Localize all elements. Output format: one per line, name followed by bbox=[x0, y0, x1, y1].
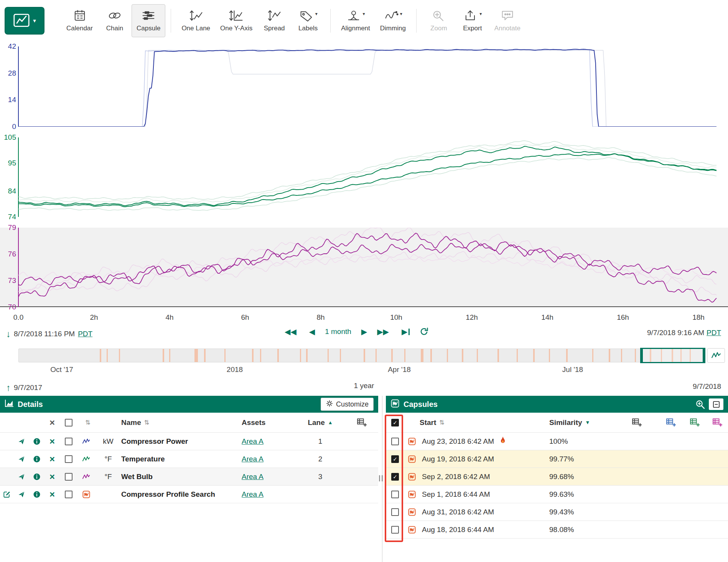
navigate-icon[interactable] bbox=[14, 473, 29, 481]
shrink-range-icon[interactable]: ↓ bbox=[6, 329, 11, 339]
capsule-row[interactable]: ✓ Aug 19, 2018 6:42 AM 99.77% bbox=[386, 450, 728, 468]
refresh-icon[interactable] bbox=[420, 327, 429, 336]
capsule-stripe bbox=[300, 349, 301, 362]
info-icon[interactable] bbox=[29, 473, 44, 481]
info-icon[interactable] bbox=[29, 438, 44, 445]
series-compressor-power bbox=[18, 49, 716, 127]
worksheet-view-button[interactable]: ▾ bbox=[5, 7, 44, 35]
step-size-label[interactable]: 1 month bbox=[325, 327, 351, 336]
capsule-row[interactable]: ✓ Sep 2, 2018 6:42 AM 99.68% bbox=[386, 468, 728, 486]
signal-icon bbox=[77, 455, 95, 463]
row-checkbox[interactable] bbox=[65, 455, 72, 463]
capsule-checkbox[interactable] bbox=[391, 526, 399, 534]
item-name[interactable]: Compressor Profile Search bbox=[121, 490, 242, 499]
column-header-lane[interactable]: Lane bbox=[308, 418, 324, 427]
toolbar-labels-button[interactable]: ▾ Labels bbox=[291, 4, 325, 37]
select-all-checkbox[interactable] bbox=[65, 419, 72, 426]
item-name[interactable]: Compressor Power bbox=[121, 437, 242, 446]
navigate-icon[interactable] bbox=[14, 491, 29, 498]
asset-link[interactable]: Area A bbox=[242, 473, 264, 481]
panel-resize-handle[interactable] bbox=[379, 475, 383, 481]
column-header-similarity[interactable]: Similarity bbox=[549, 418, 582, 427]
capsule-stripe bbox=[194, 349, 198, 362]
toolbar-capsule-button[interactable]: Capsule bbox=[132, 4, 165, 37]
remove-icon[interactable]: × bbox=[44, 437, 60, 446]
capsule-checkbox[interactable]: ✓ bbox=[391, 473, 399, 481]
add-column-icon[interactable] bbox=[626, 418, 647, 427]
remove-icon[interactable]: × bbox=[44, 455, 60, 464]
details-row[interactable]: × kW Compressor Power Area A 1 bbox=[0, 433, 378, 450]
column-header-name[interactable]: Name bbox=[121, 418, 141, 427]
collapse-panel-button[interactable] bbox=[709, 398, 723, 410]
capsule-row[interactable]: Aug 18, 2018 6:44 AM 98.08% bbox=[386, 521, 728, 539]
details-row[interactable]: × Compressor Profile Search Area A bbox=[0, 486, 378, 503]
jump-back-button[interactable]: ◀◀ bbox=[285, 327, 299, 336]
expand-range-icon[interactable]: ↑ bbox=[6, 382, 11, 393]
asset-link[interactable]: Area A bbox=[242, 437, 264, 446]
toolbar-one-lane-button[interactable]: One Lane bbox=[176, 4, 215, 37]
timezone-link[interactable]: PDT bbox=[78, 330, 92, 338]
customize-button[interactable]: Customize bbox=[321, 398, 374, 411]
capsule-row[interactable]: Aug 31, 2018 6:42 AM 99.43% bbox=[386, 503, 728, 521]
capsule-row[interactable]: Aug 23, 2018 6:42 AM 100% bbox=[386, 433, 728, 450]
sort-type-icon[interactable]: ⇅ bbox=[81, 419, 95, 426]
step-back-button[interactable]: ◀ bbox=[309, 327, 315, 336]
details-row[interactable]: × °F Temperature Area A 2 bbox=[0, 450, 378, 468]
display-range-selector[interactable] bbox=[643, 348, 703, 363]
add-column-icon[interactable] bbox=[345, 418, 378, 427]
toolbar-export-button[interactable]: ▾ Export bbox=[456, 4, 489, 37]
lane-temperature[interactable]: 105958474 bbox=[0, 137, 728, 217]
details-table-header: × ⇅ Name⇅ Assets Lane▲ bbox=[0, 413, 378, 433]
capsule-checkbox[interactable] bbox=[391, 491, 399, 498]
navigate-icon[interactable] bbox=[14, 438, 29, 445]
info-icon[interactable] bbox=[29, 455, 44, 463]
remove-icon[interactable]: × bbox=[44, 472, 60, 481]
remove-all-icon[interactable]: × bbox=[44, 418, 60, 427]
capsule-checkbox[interactable] bbox=[391, 508, 399, 516]
toolbar-zoom-button[interactable]: Zoom bbox=[422, 4, 456, 37]
toolbar-annotate-button[interactable]: Annotate bbox=[489, 4, 525, 37]
column-header-start[interactable]: Start bbox=[420, 418, 436, 427]
zoom-to-capsule-icon[interactable] bbox=[695, 400, 705, 409]
toolbar-one-y-axis-button[interactable]: One Y-Axis bbox=[215, 4, 257, 37]
column-header-assets[interactable]: Assets bbox=[242, 418, 295, 427]
item-name[interactable]: Wet Bulb bbox=[121, 473, 242, 481]
remove-icon[interactable]: × bbox=[44, 490, 60, 499]
toolbar-spread-button[interactable]: Spread bbox=[257, 4, 291, 37]
lane-wet-bulb[interactable]: 79767370 bbox=[0, 228, 728, 307]
capsule-stripe bbox=[447, 349, 448, 362]
timeline-signal-button[interactable] bbox=[707, 348, 725, 363]
capsule-checkbox[interactable] bbox=[391, 438, 399, 445]
row-checkbox[interactable] bbox=[65, 473, 72, 481]
navigate-icon[interactable] bbox=[14, 455, 29, 463]
select-all-capsules-checkbox[interactable]: ✓ bbox=[391, 419, 399, 426]
edit-icon[interactable] bbox=[0, 491, 14, 498]
timezone-link[interactable]: PDT bbox=[707, 329, 721, 337]
jump-forward-button[interactable]: ▶▶ bbox=[377, 327, 392, 336]
stats-column-green-icon[interactable] bbox=[683, 418, 707, 427]
jump-to-end-button[interactable]: ▶ bbox=[402, 327, 410, 336]
details-row[interactable]: × °F Wet Bulb Area A 3 bbox=[0, 468, 378, 486]
capsule-checkbox[interactable]: ✓ bbox=[391, 455, 399, 463]
toolbar-calendar-button[interactable]: Calendar bbox=[61, 4, 98, 37]
stats-column-blue-icon[interactable] bbox=[659, 418, 683, 427]
stats-column-magenta-icon[interactable] bbox=[707, 418, 728, 427]
capsule-similarity: 99.63% bbox=[549, 490, 626, 499]
asset-link[interactable]: Area A bbox=[242, 490, 264, 499]
investigate-timeline[interactable] bbox=[18, 349, 705, 362]
row-checkbox[interactable] bbox=[65, 491, 72, 498]
info-icon[interactable] bbox=[29, 491, 44, 498]
chevron-down-icon: ▾ bbox=[362, 11, 365, 17]
condition-icon bbox=[404, 526, 420, 534]
step-forward-button[interactable]: ▶ bbox=[361, 327, 367, 336]
toolbar-dimming-button[interactable]: ▾ Dimming bbox=[375, 4, 411, 37]
toolbar-alignment-button[interactable]: ▾ Alignment bbox=[336, 4, 375, 37]
capsule-row[interactable]: Sep 1, 2018 6:44 AM 99.63% bbox=[386, 486, 728, 503]
details-panel-title: Details bbox=[18, 400, 43, 409]
asset-link[interactable]: Area A bbox=[242, 455, 264, 463]
toolbar-chain-button[interactable]: Chain bbox=[98, 4, 132, 37]
lane-compressor-power[interactable]: 4228140 bbox=[0, 46, 728, 127]
row-checkbox[interactable] bbox=[65, 438, 72, 445]
item-name[interactable]: Temperature bbox=[121, 455, 242, 463]
zoom-icon bbox=[431, 10, 446, 23]
